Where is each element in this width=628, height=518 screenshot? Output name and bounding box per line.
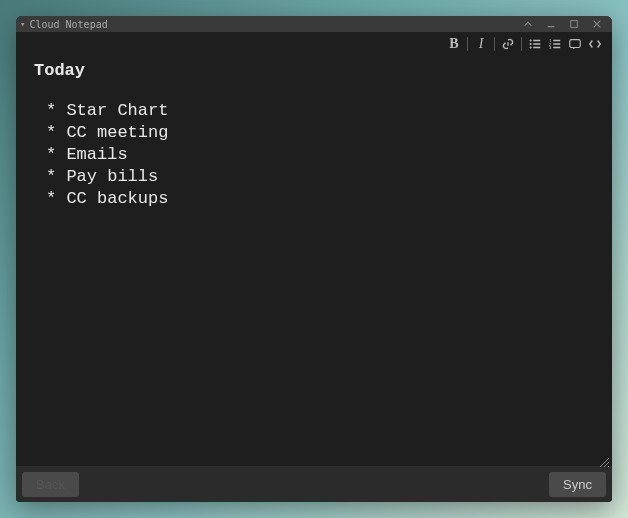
item-text: CC backups	[66, 189, 168, 208]
close-button[interactable]	[586, 17, 608, 31]
svg-rect-1	[571, 21, 578, 28]
maximize-button[interactable]	[563, 17, 585, 31]
window-title: Cloud Notepad	[29, 19, 107, 30]
list-item: * Pay bills	[34, 166, 594, 188]
item-text: CC meeting	[66, 123, 168, 142]
heading-text: Today	[34, 60, 594, 82]
item-text: Emails	[66, 145, 127, 164]
unordered-list-button[interactable]	[526, 35, 544, 53]
svg-text:3: 3	[549, 45, 552, 50]
bullet: *	[46, 167, 66, 186]
titlebar-controls	[517, 17, 608, 31]
titlebar: ▾ Cloud Notepad	[16, 16, 612, 32]
bullet: *	[46, 123, 66, 142]
app-window: ▾ Cloud Notepad B I	[16, 16, 612, 502]
code-button[interactable]	[586, 35, 604, 53]
titlebar-left: ▾ Cloud Notepad	[20, 19, 108, 30]
list-item: * CC backups	[34, 188, 594, 210]
dropdown-arrow-icon[interactable]: ▾	[20, 19, 25, 29]
list-item: * Star Chart	[34, 100, 594, 122]
editor-area[interactable]: Today * Star Chart * CC meeting * Emails…	[16, 56, 612, 466]
resize-grip-icon[interactable]	[598, 454, 610, 466]
footer-bar: Back Sync	[16, 466, 612, 502]
svg-point-2	[530, 39, 532, 41]
svg-point-4	[530, 43, 532, 45]
svg-line-17	[608, 466, 609, 467]
bold-button[interactable]: B	[445, 35, 463, 53]
bullet: *	[46, 145, 66, 164]
list-item: * Emails	[34, 144, 594, 166]
shade-button[interactable]	[517, 17, 539, 31]
minimize-button[interactable]	[540, 17, 562, 31]
item-text: Star Chart	[66, 101, 168, 120]
sync-button[interactable]: Sync	[549, 472, 606, 497]
svg-point-6	[530, 46, 532, 48]
back-button[interactable]: Back	[22, 472, 79, 497]
bullet: *	[46, 189, 66, 208]
toolbar-separator	[494, 37, 495, 51]
toolbar-separator	[521, 37, 522, 51]
toolbar-separator	[467, 37, 468, 51]
list-item: * CC meeting	[34, 122, 594, 144]
item-text: Pay bills	[66, 167, 158, 186]
ordered-list-button[interactable]: 123	[546, 35, 564, 53]
quote-button[interactable]	[566, 35, 584, 53]
link-button[interactable]	[499, 35, 517, 53]
format-toolbar: B I 123	[16, 32, 612, 56]
bullet: *	[46, 101, 66, 120]
svg-rect-14	[570, 40, 581, 48]
italic-button[interactable]: I	[472, 35, 490, 53]
svg-line-15	[600, 458, 609, 467]
